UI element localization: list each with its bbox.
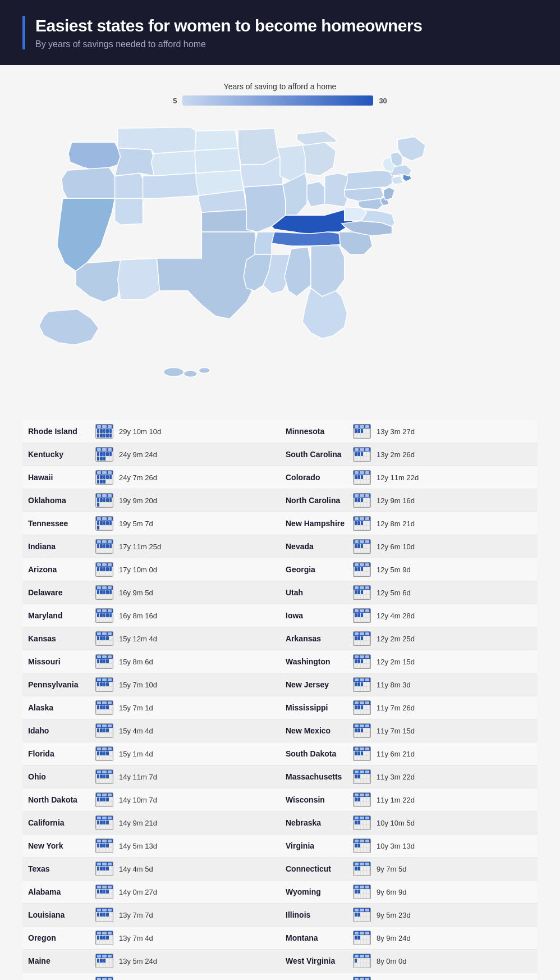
bar-area: 17y 10m 0d: [95, 562, 274, 577]
calendar-icon: [95, 769, 113, 784]
years-value: 11y 6m 21d: [377, 750, 415, 758]
bar-area: 12y 2m 25d: [353, 631, 532, 646]
state-name: Utah: [286, 588, 353, 597]
bar-area: 15y 4m 4d: [95, 723, 274, 738]
calendar-icon: [353, 447, 371, 462]
state-name: California: [28, 818, 95, 827]
bar-area: 11y 8m 3d: [353, 677, 532, 692]
years-value: 12y 11m 22d: [377, 473, 419, 482]
svg-marker-10: [143, 173, 199, 198]
table-row: New Jersey 11y 8m 3d: [280, 673, 538, 696]
table-row: North Dakota 14y 10m 7d: [22, 788, 280, 812]
bar-area: 13y 5m 24d: [95, 954, 274, 968]
bar-area: 17y 11m 25d: [95, 539, 274, 554]
table-row: Nebraska 10y 10m 5d: [280, 812, 538, 835]
years-value: 13y 3m 27d: [377, 427, 415, 436]
state-name: Pennsylvania: [28, 680, 95, 689]
table-row: Kentucky 24y 9m 24d: [22, 443, 280, 466]
calendar-icon: [353, 470, 371, 485]
table-row: Oregon 13y 7m 4d: [22, 927, 280, 950]
state-name: West Virginia: [286, 956, 353, 965]
calendar-icon: [95, 746, 113, 761]
bar-area: 11y 7m 15d: [353, 723, 532, 738]
table-row: New Mexico 11y 7m 15d: [280, 719, 538, 742]
main-content: Years of saving to afford a home 5 30: [0, 65, 560, 980]
calendar-icon: [95, 539, 113, 554]
bar-area: 11y 7m 26d: [353, 700, 532, 715]
legend-title: Years of saving to afford a home: [22, 82, 538, 91]
bar-area: 11y 3m 22d: [353, 769, 532, 784]
table-row: Indiana 17y 11m 25d: [22, 535, 280, 558]
years-value: 14y 5m 13d: [119, 842, 157, 850]
state-name: Georgia: [286, 565, 353, 574]
svg-marker-29: [255, 232, 274, 254]
svg-marker-7: [152, 151, 196, 176]
bar-area: 15y 1m 4d: [95, 746, 274, 761]
calendar-icon: [353, 815, 371, 830]
bar-area: 12y 2m 15d: [353, 654, 532, 669]
state-name: Tennessee: [28, 519, 95, 528]
state-name: Nebraska: [286, 818, 353, 827]
years-value: 13y 5m 24d: [119, 957, 157, 965]
bar-area: 9y 7m 5d: [353, 862, 532, 876]
years-value: 14y 0m 27d: [119, 888, 157, 896]
years-value: 14y 11m 7d: [119, 773, 157, 781]
state-name: Nevada: [286, 542, 353, 551]
state-name: New Mexico: [286, 726, 353, 735]
calendar-icon: [353, 838, 371, 853]
svg-point-52: [183, 371, 197, 377]
state-name: New Jersey: [286, 680, 353, 689]
table-row: Iowa 12y 4m 28d: [280, 604, 538, 627]
table-row: Missouri 15y 8m 6d: [22, 650, 280, 673]
years-value: 12y 2m 25d: [377, 635, 415, 643]
table-row: New Hampshire 12y 8m 21d: [280, 512, 538, 535]
state-name: Arkansas: [286, 634, 353, 643]
state-name: Colorado: [286, 473, 353, 482]
calendar-icon: [95, 516, 113, 531]
calendar-icon: [95, 723, 113, 738]
table-row: Arizona 17y 10m 0d: [22, 558, 280, 581]
left-col: Rhode Island 29y 10m 10dKentucky 24y 9m …: [22, 420, 280, 980]
bar-area: 14y 4m 5d: [95, 862, 274, 876]
svg-marker-5: [115, 148, 154, 176]
state-name: Montana: [286, 933, 353, 942]
calendar-icon: [95, 862, 113, 876]
calendar-icon: [95, 470, 113, 485]
years-value: 29y 10m 10d: [119, 427, 161, 436]
state-name: South Dakota: [286, 749, 353, 758]
bar-area: 8y 9m 24d: [353, 931, 532, 945]
bar-area: 12y 9m 16d: [353, 493, 532, 508]
bar-area: 15y 8m 6d: [95, 654, 274, 669]
table-row: Arkansas 12y 2m 25d: [280, 627, 538, 650]
state-name: Virginia: [286, 841, 353, 850]
calendar-icon: [95, 677, 113, 692]
state-name: Missouri: [28, 657, 95, 666]
table-row: Nevada 12y 6m 10d: [280, 535, 538, 558]
right-col: Minnesota 13y 3m 27dSouth Carolina 13y 2…: [280, 420, 538, 980]
calendar-icon: [95, 815, 113, 830]
calendar-icon: [353, 954, 371, 968]
bar-area: 24y 9m 24d: [95, 447, 274, 462]
years-value: 19y 9m 20d: [119, 496, 157, 505]
state-name: Arizona: [28, 565, 95, 574]
bar-area: 19y 9m 20d: [95, 493, 274, 508]
years-value: 8y 0m 0d: [377, 957, 406, 965]
calendar-icon: [353, 885, 371, 899]
calendar-icon: [95, 608, 113, 623]
years-value: 15y 7m 1d: [119, 704, 153, 712]
years-value: 12y 6m 10d: [377, 543, 415, 551]
bar-area: 14y 9m 21d: [95, 815, 274, 830]
bar-area: 12y 8m 21d: [353, 516, 532, 531]
years-value: 19y 5m 7d: [119, 519, 153, 528]
years-value: 12y 4m 28d: [377, 612, 415, 620]
calendar-icon: [353, 654, 371, 669]
state-name: Mississippi: [286, 703, 353, 712]
state-name: Delaware: [28, 588, 95, 597]
table-row: Hawaii 24y 7m 26d: [22, 466, 280, 489]
state-name: Rhode Island: [28, 427, 95, 436]
years-value: 15y 12m 4d: [119, 635, 157, 643]
bar-area: 13y 7m 4d: [95, 931, 274, 945]
state-name: North Carolina: [286, 496, 353, 505]
years-value: 15y 4m 4d: [119, 727, 153, 735]
calendar-icon: [353, 585, 371, 600]
